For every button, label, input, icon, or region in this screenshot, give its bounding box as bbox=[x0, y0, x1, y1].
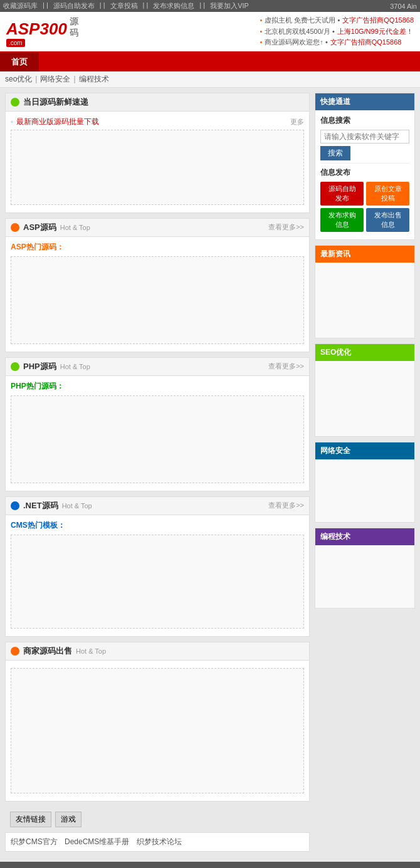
net-title: .NET源码 bbox=[23, 500, 58, 511]
asp-body: ASP热门源码： bbox=[6, 237, 309, 352]
top-bar: 收藏源码库 | 源码自助发布 | 文章投稿 | 发布求购信息 | 我要加入VIP… bbox=[0, 0, 420, 12]
latest-news-box: 最新资讯 bbox=[315, 245, 415, 338]
today-more-link[interactable]: 更多 bbox=[290, 117, 304, 127]
today-link[interactable]: 最新商业版源码批量下载 bbox=[16, 117, 99, 127]
friend-link-btn-1[interactable]: 友情链接 bbox=[10, 812, 51, 827]
net-security-body bbox=[315, 459, 414, 522]
ad-link-1[interactable]: 文字广告招商QQ15868 bbox=[342, 15, 414, 26]
nav-item-home[interactable]: 首页 bbox=[0, 53, 39, 71]
topbar-link-5[interactable]: 我要加入VIP bbox=[210, 1, 249, 11]
btn-buy-info[interactable]: 发布求购信息 bbox=[320, 208, 364, 232]
asp-header: ASP源码 Hot & Top 查看更多>> bbox=[6, 219, 309, 237]
btn-original-article[interactable]: 原创文章投稿 bbox=[366, 182, 409, 206]
net-ad-area bbox=[11, 535, 304, 629]
topbar-link-1[interactable]: 收藏源码库 bbox=[3, 1, 38, 11]
top-bar-links: 收藏源码库 | 源码自助发布 | 文章投稿 | 发布求购信息 | 我要加入VIP bbox=[3, 1, 249, 11]
topbar-link-2[interactable]: 源码自助发布 bbox=[53, 1, 95, 11]
logo: ASP300 源码 .com bbox=[6, 16, 81, 47]
net-more-link[interactable]: 查看更多>> bbox=[268, 501, 304, 510]
php-section: PHP源码 Hot & Top 查看更多>> PHP热门源码： bbox=[5, 357, 310, 491]
php-ad-area bbox=[11, 395, 304, 483]
programming-box: 编程技术 bbox=[315, 528, 415, 609]
asp-badge: Hot & Top bbox=[60, 224, 90, 231]
merchant-section: 商家源码出售 Hot & Top bbox=[5, 642, 310, 802]
php-hot-label: PHP热门源码： bbox=[11, 381, 304, 392]
seo-body bbox=[315, 361, 414, 436]
asp-section: ASP源码 Hot & Top 查看更多>> ASP热门源码： bbox=[5, 218, 310, 352]
sub-nav: seo优化 | 网络安全 | 编程技术 bbox=[0, 71, 420, 88]
sidebar: 快捷通道 信息搜索 搜索 信息发布 源码自助发布 原创文章投稿 发布求购信息 发… bbox=[315, 93, 415, 857]
php-more-link[interactable]: 查看更多>> bbox=[268, 362, 304, 371]
main-content: 当日源码新鲜速递 ◦ 最新商业版源码批量下载 更多 ASP源码 Hot & To… bbox=[5, 93, 310, 857]
search-button[interactable]: 搜索 bbox=[320, 146, 350, 160]
btn-sell-info[interactable]: 发布出售信息 bbox=[366, 208, 409, 232]
today-section: 当日源码新鲜速递 ◦ 最新商业版源码批量下载 更多 bbox=[5, 93, 310, 213]
net-section: .NET源码 Hot & Top 查看更多>> CMS热门模板： bbox=[5, 496, 310, 637]
ad-link-3[interactable]: 文字广告招商QQ15868 bbox=[330, 37, 402, 48]
latest-news-header: 最新资讯 bbox=[315, 246, 414, 263]
seo-header: SEO优化 bbox=[315, 344, 414, 361]
logo-sub-text: 源码 bbox=[70, 16, 81, 39]
subnav-programming[interactable]: 编程技术 bbox=[79, 74, 109, 85]
php-icon bbox=[11, 362, 19, 371]
btn-source-self[interactable]: 源码自助发布 bbox=[320, 182, 364, 206]
friend-link-btn-2[interactable]: 游戏 bbox=[55, 812, 81, 827]
php-title: PHP源码 bbox=[23, 361, 56, 372]
logo-badge: .com bbox=[6, 39, 25, 47]
bottom-link-3[interactable]: 织梦技术论坛 bbox=[137, 837, 182, 846]
asp-ad-area bbox=[11, 256, 304, 344]
programming-body bbox=[315, 545, 414, 608]
merchant-title: 商家源码出售 bbox=[23, 646, 72, 657]
logo-text: ASP300 bbox=[6, 19, 67, 39]
today-icon bbox=[11, 98, 19, 107]
net-badge: Hot & Top bbox=[62, 502, 92, 510]
merchant-header: 商家源码出售 Hot & Top bbox=[6, 642, 309, 661]
quick-channel-body: 信息搜索 搜索 信息发布 源码自助发布 原创文章投稿 发布求购信息 发布出售信息 bbox=[315, 110, 414, 239]
content-wrapper: 当日源码新鲜速递 ◦ 最新商业版源码批量下载 更多 ASP源码 Hot & To… bbox=[0, 88, 420, 862]
merchant-icon bbox=[11, 647, 19, 656]
info-btn-row-1: 源码自助发布 原创文章投稿 bbox=[320, 182, 409, 206]
info-search-label: 信息搜索 bbox=[320, 115, 409, 126]
bottom-link-2[interactable]: DedeCMS维基手册 bbox=[65, 837, 129, 846]
merchant-badge: Hot & Top bbox=[76, 647, 106, 655]
info-publish-label: 信息发布 bbox=[320, 167, 409, 178]
today-item: ◦ 最新商业版源码批量下载 更多 bbox=[11, 117, 304, 127]
merchant-ad-area bbox=[11, 668, 304, 793]
topbar-link-4[interactable]: 发布求购信息 bbox=[153, 1, 194, 11]
net-hot-label: CMS热门模板： bbox=[11, 520, 304, 531]
net-security-header: 网络安全 bbox=[315, 442, 414, 459]
php-body: PHP热门源码： bbox=[6, 376, 309, 491]
logo-area: ASP300 源码 .com • 虚拟主机 免费七天试用 • 文字广告招商QQ1… bbox=[0, 12, 420, 53]
subnav-security[interactable]: 网络安全 bbox=[40, 74, 70, 85]
net-security-box: 网络安全 bbox=[315, 442, 415, 523]
latest-news-body bbox=[315, 263, 414, 338]
today-ad-area bbox=[11, 130, 304, 205]
subnav-seo[interactable]: seo优化 bbox=[5, 74, 32, 85]
php-badge: Hot & Top bbox=[60, 363, 90, 370]
main-nav: 首页 bbox=[0, 53, 420, 71]
asp-hot-label: ASP热门源码： bbox=[11, 242, 304, 253]
ad-link-2[interactable]: 上海10G/N99元代金差！ bbox=[337, 26, 413, 38]
seo-box: SEO优化 bbox=[315, 343, 415, 437]
merchant-body bbox=[6, 661, 309, 801]
programming-header: 编程技术 bbox=[315, 528, 414, 545]
info-btn-row-2: 发布求购信息 发布出售信息 bbox=[320, 208, 409, 232]
today-header: 当日源码新鲜速递 bbox=[6, 93, 309, 112]
asp-icon bbox=[11, 223, 19, 232]
net-header: .NET源码 Hot & Top 查看更多>> bbox=[6, 497, 309, 515]
friend-links-area: 友情链接 游戏 bbox=[5, 807, 310, 832]
today-body: ◦ 最新商业版源码批量下载 更多 bbox=[6, 112, 309, 212]
asp-more-link[interactable]: 查看更多>> bbox=[268, 222, 304, 232]
net-icon bbox=[11, 501, 19, 510]
bottom-link-1[interactable]: 织梦CMS官方 bbox=[11, 837, 58, 846]
site-title-label: 3704 Ain bbox=[390, 3, 417, 10]
topbar-link-3[interactable]: 文章投稿 bbox=[110, 1, 138, 11]
search-input[interactable] bbox=[320, 130, 409, 144]
quick-channel-box: 快捷通道 信息搜索 搜索 信息发布 源码自助发布 原创文章投稿 发布求购信息 发… bbox=[315, 93, 415, 240]
footer: 关于我们 | 联系我们 | 商务合作 | 免责申明 | VIP会员 | 提交源码… bbox=[0, 862, 420, 868]
bottom-links: 织梦CMS官方 DedeCMS维基手册 织梦技术论坛 bbox=[5, 832, 310, 852]
today-title: 当日源码新鲜速递 bbox=[23, 97, 88, 108]
asp-title: ASP源码 bbox=[23, 222, 56, 233]
quick-channel-header: 快捷通道 bbox=[315, 93, 414, 110]
php-header: PHP源码 Hot & Top 查看更多>> bbox=[6, 358, 309, 376]
